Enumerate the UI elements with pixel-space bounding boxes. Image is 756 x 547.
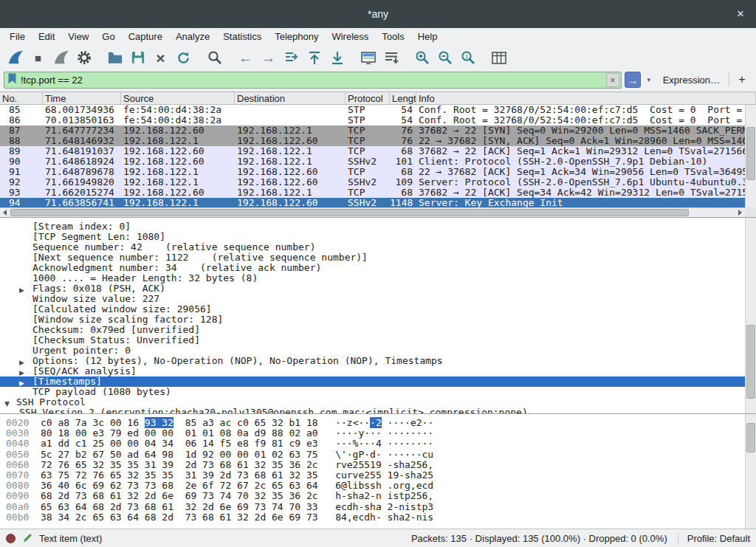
go-to-packet-button[interactable] (280, 47, 303, 68)
scroll-left-arrow-icon[interactable] (0, 208, 10, 217)
window-close-button[interactable]: × (732, 6, 749, 22)
capture-options-button[interactable] (72, 47, 95, 68)
column-header-protocol[interactable]: Protocol (346, 92, 390, 104)
reload-button[interactable] (172, 47, 195, 68)
detail-line[interactable]: [Next sequence number: 1122 (relative se… (0, 252, 756, 263)
auto-scroll-button[interactable] (379, 47, 402, 68)
go-back-button[interactable]: ← (234, 47, 257, 68)
close-capture-button[interactable]: × (149, 47, 172, 68)
profile-button[interactable]: Profile: Default (678, 533, 750, 544)
filter-input[interactable] (21, 75, 602, 86)
bytes-vscrollbar[interactable] (745, 414, 756, 529)
expert-info-icon[interactable] (6, 534, 16, 543)
menu-capture[interactable]: Capture (122, 29, 169, 44)
detail-line[interactable]: Acknowledgment number: 34 (relative ack … (0, 263, 756, 273)
detail-line[interactable]: [Window size scaling factor: 128] (0, 314, 756, 325)
menu-view[interactable]: View (61, 29, 95, 44)
column-header-source[interactable]: Source (121, 92, 235, 104)
hex-row-0020[interactable]: 0020 c0 a8 7a 3c 00 16 93 32 85 a3 ac c0… (6, 418, 756, 428)
detail-line[interactable]: Window size value: 227 (0, 294, 756, 304)
menu-statistics[interactable]: Statistics (216, 29, 268, 44)
hex-row-0060[interactable]: 0060 72 76 65 32 35 35 31 39 2d 73 68 61… (6, 460, 756, 470)
detail-line[interactable]: ▶Options: (12 bytes), No-Operation (NOP)… (0, 356, 756, 366)
zoom-original-button[interactable]: 1 (456, 47, 479, 68)
hex-row-0030[interactable]: 0030 80 18 00 e3 79 ed 00 00 01 01 08 0a… (6, 428, 756, 438)
scrollbar-thumb[interactable] (746, 325, 755, 399)
detail-line[interactable]: Urgent pointer: 0 (0, 345, 756, 356)
packet-row-89[interactable]: 8971.648191037192.168.122.60192.168.122.… (0, 146, 745, 156)
expression-button[interactable]: Expression… (657, 75, 726, 86)
menu-tools[interactable]: Tools (375, 29, 410, 44)
filter-apply-button[interactable]: → (625, 72, 641, 88)
go-to-top-button[interactable] (303, 47, 326, 68)
scrollbar-thumb[interactable] (746, 423, 755, 453)
hex-row-00b0[interactable]: 00b0 38 34 2c 65 63 64 68 2d 73 68 61 32… (6, 512, 756, 523)
packet-row-90[interactable]: 9071.648618924192.168.122.60192.168.122.… (0, 156, 745, 167)
go-to-bottom-button[interactable] (326, 47, 348, 68)
detail-line[interactable]: Checksum: 0x79ed [unverified] (0, 325, 756, 335)
zoom-out-button[interactable] (433, 47, 456, 68)
packet-row-92[interactable]: 9271.661949820192.168.122.1192.168.122.6… (0, 177, 745, 188)
save-capture-button[interactable] (126, 47, 149, 68)
filter-dropdown-button[interactable]: ▾ (644, 72, 654, 88)
find-packet-button[interactable] (203, 47, 226, 68)
column-header-info[interactable]: Info (416, 92, 756, 104)
filter-clear-button[interactable]: × (606, 73, 619, 87)
packet-row-87[interactable]: 8771.647777234192.168.122.60192.168.122.… (0, 125, 745, 136)
menu-edit[interactable]: Edit (32, 29, 61, 44)
detail-line[interactable]: ▶[SEQ/ACK analysis] (0, 366, 756, 376)
cell-src: 192.168.122.1 (121, 167, 235, 177)
packet-row-93[interactable]: 9371.662015274192.168.122.60192.168.122.… (0, 188, 745, 198)
filter-bookmark-icon[interactable] (8, 73, 16, 86)
menu-analyze[interactable]: Analyze (169, 29, 216, 44)
detail-line[interactable]: [TCP Segment Len: 1080] (0, 232, 756, 242)
column-header-time[interactable]: Time (43, 92, 121, 104)
detail-line[interactable]: [Stream index: 0] (0, 221, 756, 232)
detail-line[interactable]: ▶Flags: 0x018 (PSH, ACK) (0, 283, 756, 294)
detail-line[interactable]: Sequence number: 42 (relative sequence n… (0, 242, 756, 252)
packet-row-86[interactable]: 8670.013850163fe:54:00:d4:38:2aSTP54Conf… (0, 115, 745, 125)
colorize-packets-button[interactable] (357, 47, 379, 68)
capture-comment-icon[interactable] (22, 533, 32, 543)
detail-line[interactable]: ▼SSH Protocol (0, 397, 756, 407)
detail-line[interactable]: [Checksum Status: Unverified] (0, 335, 756, 345)
packet-list-vscrollbar[interactable] (745, 105, 756, 207)
packet-row-94[interactable]: 9471.663856741192.168.122.1192.168.122.6… (0, 198, 745, 207)
hex-row-00a0[interactable]: 00a0 65 63 64 68 2d 73 68 61 32 2d 6e 69… (6, 502, 756, 512)
details-vscrollbar[interactable] (745, 218, 756, 413)
packet-row-88[interactable]: 8871.648146932192.168.122.1192.168.122.6… (0, 136, 745, 146)
detail-line[interactable]: SSH Version 2 (encryption:chacha20-poly1… (0, 407, 756, 413)
scrollbar-thumb[interactable] (10, 209, 689, 216)
go-forward-button[interactable]: → (257, 47, 280, 68)
column-header-destination[interactable]: Destination (235, 92, 346, 104)
hex-row-0040[interactable]: 0040 a1 dd c1 25 00 00 04 34 06 14 f5 e8… (6, 438, 756, 449)
restart-capture-button[interactable] (49, 47, 72, 68)
start-capture-button[interactable] (4, 47, 27, 68)
resize-columns-button[interactable] (487, 47, 510, 68)
menu-help[interactable]: Help (411, 29, 444, 44)
hex-row-0050[interactable]: 0050 5c 27 b2 67 50 ad 64 98 1d 92 00 00… (6, 450, 756, 460)
stop-capture-button[interactable]: ■ (27, 47, 49, 68)
menu-file[interactable]: File (3, 29, 32, 44)
hex-row-0080[interactable]: 0080 36 40 6c 69 62 73 73 68 2e 6f 72 67… (6, 481, 756, 491)
detail-line[interactable]: [Calculated window size: 29056] (0, 304, 756, 314)
packet-row-85[interactable]: 8568.001734936fe:54:00:d4:38:2aSTP54Conf… (0, 105, 745, 115)
packet-list-hscrollbar[interactable] (0, 207, 745, 217)
detail-line[interactable]: TCP payload (1080 bytes) (0, 387, 756, 397)
menu-wireless[interactable]: Wireless (325, 29, 375, 44)
hex-row-0090[interactable]: 0090 68 2d 73 68 61 32 2d 6e 69 73 74 70… (6, 491, 756, 501)
zoom-in-button[interactable] (410, 47, 433, 68)
detail-line[interactable]: ▶[Timestamps] (0, 376, 756, 387)
detail-line[interactable]: 1000 .... = Header Length: 32 bytes (8) (0, 273, 756, 283)
menu-telephony[interactable]: Telephony (268, 29, 325, 44)
column-header-no[interactable]: No. (0, 92, 43, 104)
display-filter-field[interactable]: × (4, 72, 622, 89)
packet-row-91[interactable]: 9171.648789678192.168.122.1192.168.122.6… (0, 167, 745, 177)
menu-go[interactable]: Go (95, 29, 121, 44)
column-header-length[interactable]: Length (390, 92, 416, 104)
open-capture-button[interactable] (103, 47, 126, 68)
scroll-right-arrow-icon[interactable] (735, 208, 745, 217)
scrollbar-thumb[interactable] (746, 127, 755, 180)
hex-row-0070[interactable]: 0070 63 75 72 76 65 32 35 35 31 39 2d 73… (6, 470, 756, 481)
add-filter-button[interactable]: + (732, 71, 752, 89)
